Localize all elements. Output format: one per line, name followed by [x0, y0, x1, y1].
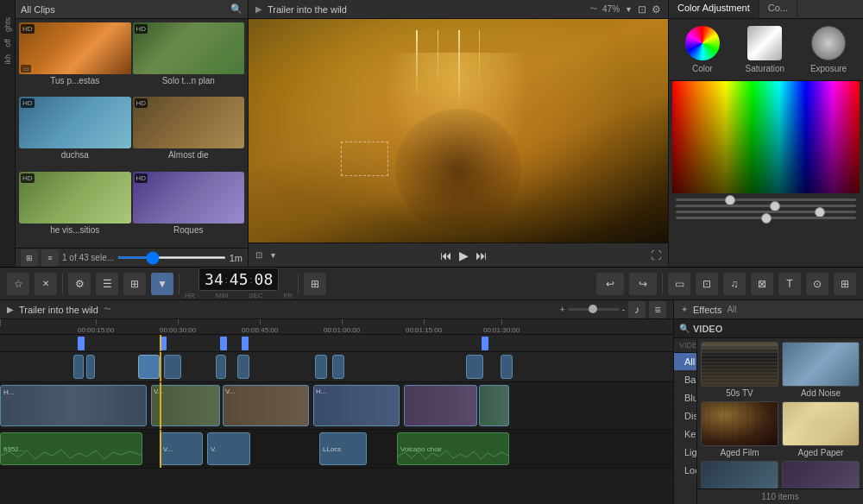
color-tool-saturation[interactable]: Saturation	[746, 26, 785, 73]
clip-item[interactable]: HD Almost die	[133, 97, 245, 169]
timeline-clip[interactable]	[404, 385, 477, 426]
star-btn[interactable]: ☆	[7, 273, 29, 295]
timeline-clip[interactable]: V...	[160, 432, 203, 465]
size-dropdown[interactable]: ▼	[269, 251, 277, 260]
effects-item-light[interactable]: Light	[674, 444, 696, 462]
timeline-marker[interactable]	[482, 337, 488, 350]
tc-label-fr: FR	[284, 292, 293, 299]
effect-extra-1[interactable]	[701, 461, 778, 488]
timeline-panel: ▶ Trailer into the wild 〜 + - ♪ ≡	[0, 300, 673, 504]
clip-item[interactable]: HD duchsa	[19, 97, 131, 169]
music-btn[interactable]: ♫	[723, 273, 746, 295]
playhead	[160, 430, 161, 468]
color-tool-color[interactable]: Color	[685, 26, 720, 73]
color-wheel-icon	[685, 26, 720, 60]
preview-size-btn[interactable]: ⊡	[255, 250, 262, 260]
timeline-clip[interactable]	[86, 355, 95, 379]
tools-btn[interactable]: ⚙	[68, 273, 91, 295]
timeline-clip[interactable]	[479, 385, 509, 426]
more-btn[interactable]: ⊞	[834, 273, 856, 295]
effects-item-keying[interactable]: Keying	[674, 425, 696, 444]
video-clips-btn[interactable]: ▭	[668, 273, 690, 295]
effect-50s-tv[interactable]: 50s TV	[701, 342, 778, 398]
tab-color-other[interactable]: Co...	[759, 0, 797, 18]
timeline-clip[interactable]	[501, 355, 513, 379]
color-gradient-area[interactable]	[672, 81, 860, 193]
aspect-icon[interactable]: ⊡	[638, 3, 646, 16]
tab-color-adjustment[interactable]: Color Adjustment	[669, 0, 759, 18]
timeline-clip[interactable]: V...	[223, 385, 309, 426]
settings-icon[interactable]: ⚙	[652, 3, 661, 16]
grid-view-btn[interactable]: ⊞	[21, 249, 38, 267]
clip-height-btn[interactable]: ≡	[649, 301, 666, 318]
timeline-clip[interactable]	[332, 355, 344, 379]
timeline-marker[interactable]	[78, 337, 85, 350]
generators-btn[interactable]: ⊙	[806, 273, 828, 295]
list-view-btn[interactable]: ≡	[41, 249, 59, 267]
timeline-clip[interactable]	[237, 355, 249, 379]
text-btn[interactable]: T	[778, 273, 801, 295]
preview-icon: ▶	[255, 4, 262, 14]
slider-track[interactable]	[676, 198, 856, 201]
audio-btn[interactable]: ♪	[628, 301, 646, 318]
timeline-clip[interactable]: V.	[207, 432, 250, 465]
timeline-clip[interactable]: H...	[0, 385, 147, 426]
clip-item[interactable]: HD ▭ Tus p...estas	[19, 22, 131, 95]
sidebar-label-lights: ghts	[3, 17, 12, 32]
zoom-in-icon[interactable]: +	[560, 305, 565, 314]
effect-aged-film[interactable]: Aged Film	[701, 401, 778, 457]
play-btn[interactable]: ▶	[459, 249, 469, 262]
timeline-zoom-slider[interactable]	[568, 308, 620, 311]
photo-btn[interactable]: ⊡	[696, 273, 718, 295]
effects-item-blur[interactable]: Blur	[674, 389, 696, 407]
fullscreen-btn[interactable]: ⛶	[651, 249, 661, 261]
go-start-btn[interactable]: ⏮	[440, 249, 452, 262]
timeline-clip[interactable]: 6952...	[0, 432, 142, 465]
timeline-clip[interactable]	[73, 355, 84, 379]
effect-extra-2[interactable]	[782, 461, 860, 488]
undo-btn[interactable]: ↩	[596, 273, 624, 295]
timeline-clip[interactable]	[216, 355, 226, 379]
clip-label: duchsa	[61, 150, 89, 160]
slider-track[interactable]	[676, 205, 856, 207]
effect-extra-2-thumb	[782, 461, 860, 488]
go-end-btn[interactable]: ⏭	[476, 249, 488, 262]
clip-item[interactable]: HD Roques	[133, 172, 245, 244]
effects-item-basics[interactable]: Basics	[674, 371, 696, 389]
timecode-display: 34 : 45 : 08	[198, 268, 279, 291]
timeline-marker[interactable]	[220, 337, 227, 350]
slider-thumb[interactable]	[761, 213, 772, 224]
timeline-marker[interactable]	[242, 337, 249, 350]
redo-btn[interactable]: ↪	[629, 273, 657, 295]
effects-item-all[interactable]: All	[674, 353, 696, 371]
clip-item[interactable]: HD Solo t...n plan	[133, 22, 245, 95]
reject-btn[interactable]: ✕	[35, 273, 57, 295]
preview-controls: ⊡ ▼ ⏮ ▶ ⏭ ⛶	[249, 243, 668, 267]
timeline-clip[interactable]: LLocs	[319, 432, 367, 465]
transform-btn[interactable]: ⊞	[304, 273, 326, 295]
timeline-clip[interactable]: Volcano choir	[397, 432, 509, 465]
transitions-btn[interactable]: ⊠	[751, 273, 773, 295]
effects-header: ✦ Effects All	[674, 300, 863, 319]
timeline-clip[interactable]	[466, 355, 483, 379]
timeline-clip[interactable]: V...	[151, 385, 220, 426]
effect-add-noise[interactable]: Add Noise	[782, 342, 860, 398]
color-tool-exposure[interactable]: Exposure	[810, 26, 847, 73]
search-icon[interactable]: 🔍	[230, 3, 243, 16]
clip-appearance-btn[interactable]: ☰	[96, 273, 118, 295]
effects-item-distortion[interactable]: Distortion	[674, 407, 696, 425]
clip-item[interactable]: HD he vis...sitios	[19, 172, 131, 244]
effect-aged-paper[interactable]: Aged Paper	[782, 401, 860, 457]
effects-item-looks[interactable]: Looks	[674, 462, 696, 480]
clips-title: All Clips	[21, 4, 225, 15]
arrange-btn[interactable]: ⊞	[123, 273, 146, 295]
zoom-out-icon[interactable]: -	[622, 305, 625, 314]
timeline-clip[interactable]	[315, 355, 327, 379]
timeline-clip[interactable]: H...	[313, 385, 400, 426]
zoom-dropdown-icon[interactable]: ▼	[625, 5, 633, 14]
slider-track[interactable]	[676, 217, 856, 219]
select-btn[interactable]: ▼	[151, 273, 173, 295]
clip-size-slider[interactable]	[117, 256, 226, 259]
timeline-clip[interactable]	[164, 355, 181, 379]
timeline-clip[interactable]	[138, 355, 160, 379]
